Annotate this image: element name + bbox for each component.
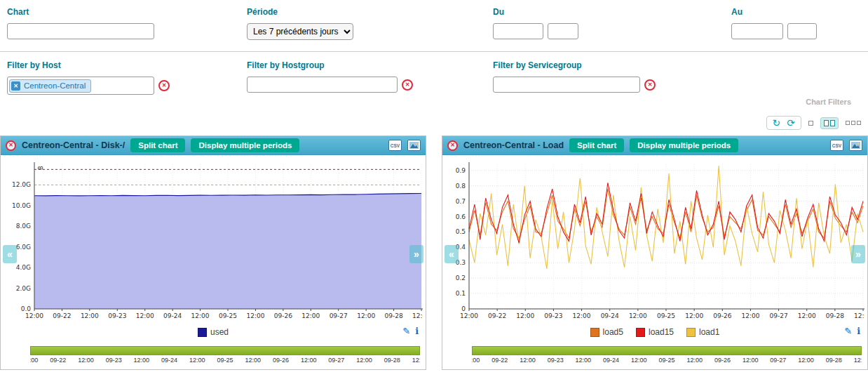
panel-header: ✕ Centreon-Central - Disk-/ Split chart … [1,136,426,155]
svg-text:0: 0 [461,305,466,312]
auto-refresh-icon[interactable]: ⟳ [787,118,795,128]
svg-text:0.6: 0.6 [456,213,466,220]
host-filter-input[interactable]: ✕ Centreon-Central [7,77,154,95]
multiple-periods-button[interactable]: Display multiple periods [630,138,738,152]
svg-text:0.5: 0.5 [456,228,466,235]
hostgroup-filter-label: Filter by Hostgroup [247,60,493,70]
du-time-input[interactable] [548,23,578,39]
hostgroup-filter-input[interactable] [247,77,398,93]
status-axis-label: 12:00 [520,357,536,364]
svg-text:12:00: 12:00 [629,312,647,319]
host-tag-label: Centreon-Central [24,81,86,90]
scroll-right-icon[interactable]: » [851,245,865,263]
layout-two-columns-icon[interactable] [820,117,839,129]
svg-text:09-25: 09-25 [657,312,675,319]
svg-text:12:00: 12:00 [798,312,816,319]
legend-item[interactable]: load15 [636,327,674,337]
disk-usage-chart[interactable]: 0.02.0G4.0G6.0G8.0G10.0G12.0G12:0009-221… [2,159,424,322]
svg-text:12:00: 12:00 [246,312,264,319]
svg-text:12:00: 12:00 [136,312,154,319]
edit-chart-icon[interactable]: ✎ [844,326,852,336]
status-axis-label: 09-27 [770,357,786,364]
chart-filter-input[interactable] [7,23,154,39]
svg-text:2.0G: 2.0G [16,285,31,292]
layout-single-column-icon[interactable] [808,121,813,126]
svg-text:09-23: 09-23 [544,312,562,319]
svg-text:12:00: 12:00 [25,312,43,319]
close-chart-icon[interactable]: ✕ [447,140,458,151]
filter-host: Filter by Host ✕ Centreon-Central ✕ [7,60,247,95]
status-axis-label: 12:00 [854,357,862,364]
status-timeline-bar[interactable] [472,346,862,355]
export-image-icon[interactable] [407,140,421,151]
status-axis-label: 12:00 [686,357,703,364]
status-axis-label: 09-24 [603,357,619,364]
legend-item[interactable]: used [198,327,229,337]
svg-text:09-24: 09-24 [601,312,619,319]
export-csv-icon[interactable]: CSV [830,140,843,151]
status-axis-label: 12:00 [245,357,261,364]
chart-area: 0.02.0G4.0G6.0G8.0G10.0G12.0G12:0009-221… [1,155,426,322]
refresh-icon[interactable]: ↻ [773,118,781,128]
remove-tag-icon[interactable]: ✕ [11,81,20,91]
scroll-right-icon[interactable]: » [409,245,423,263]
svg-text:8.0G: 8.0G [16,223,31,230]
legend-item[interactable]: load5 [590,327,623,337]
du-date-input[interactable] [493,23,543,39]
svg-text:12:00: 12:00 [301,312,320,319]
scroll-left-icon[interactable]: « [3,245,17,263]
legend-row: load5load15load1 ✎ ℹ [442,322,867,342]
chart-filters-caption: Chart Filters [7,95,860,106]
load-chart[interactable]: 00.10.20.30.40.50.60.70.80.912:0009-2212… [444,159,866,322]
status-axis-label: 12:00 [78,357,94,364]
filter-section-top: Chart Période Les 7 précédents jours Du … [0,0,868,52]
svg-text:12:00: 12:00 [81,312,99,319]
chart-title: Centreon-Central - Load [463,140,564,150]
layout-three-columns-icon[interactable] [846,121,861,125]
au-time-input[interactable] [787,23,817,39]
chart-svg: 0.02.0G4.0G6.0G8.0G10.0G12.0G12:0009-221… [2,159,423,320]
periode-select[interactable]: Les 7 précédents jours [247,23,353,40]
chart-info-icon[interactable]: ℹ [857,326,860,336]
status-axis-label: 12:00 [742,357,759,364]
close-chart-icon[interactable]: ✕ [6,140,16,151]
status-axis-label: 09-22 [50,357,66,364]
status-axis-label: 12:00 [189,357,205,364]
split-chart-button[interactable]: Split chart [569,138,624,152]
split-chart-button[interactable]: Split chart [130,138,185,152]
host-tag-chip: ✕ Centreon-Central [9,79,91,93]
clear-servicegroup-filter-icon[interactable]: ✕ [644,79,656,91]
servicegroup-filter-input[interactable] [493,77,640,93]
status-axis-label: 09-28 [826,357,842,364]
au-date-input[interactable] [731,23,783,39]
legend-item[interactable]: load1 [686,327,719,337]
clear-hostgroup-filter-icon[interactable]: ✕ [402,79,413,91]
export-csv-icon[interactable]: CSV [388,140,402,151]
status-timeline-bar[interactable] [30,346,420,355]
servicegroup-filter-label: Filter by Servicegroup [493,60,731,70]
svg-text:0.8: 0.8 [456,183,466,190]
chart-svg: 00.10.20.30.40.50.60.70.80.912:0009-2212… [444,159,864,320]
svg-text:10.0G: 10.0G [12,202,31,209]
edit-chart-icon[interactable]: ✎ [402,326,410,336]
scroll-left-icon[interactable]: « [445,245,459,263]
filter-servicegroup: Filter by Servicegroup ✕ [493,60,731,95]
export-image-icon[interactable] [849,140,862,151]
chart-info-icon[interactable]: ℹ [415,326,419,336]
svg-text:6.0G: 6.0G [16,244,31,251]
chart-legend: load5load15load1 [590,327,720,337]
status-axis-label: 09-27 [328,357,344,364]
status-axis-label: 12:00 [30,357,38,364]
svg-text:09-27: 09-27 [769,312,787,319]
refresh-controls: ↻ ⟳ [766,116,801,130]
charts-grid: ✕ Centreon-Central - Disk-/ Split chart … [0,135,868,370]
svg-text:4.0G: 4.0G [16,264,31,271]
chart-panel-disk: ✕ Centreon-Central - Disk-/ Split chart … [0,135,426,370]
svg-text:09-23: 09-23 [108,312,126,319]
svg-text:12:00: 12:00 [741,312,759,319]
clear-host-filter-icon[interactable]: ✕ [158,80,170,91]
status-axis-label: 12:00 [576,357,592,364]
svg-text:12:00: 12:00 [357,312,375,319]
status-axis-label: 12:00 [798,357,814,364]
multiple-periods-button[interactable]: Display multiple periods [191,138,299,152]
